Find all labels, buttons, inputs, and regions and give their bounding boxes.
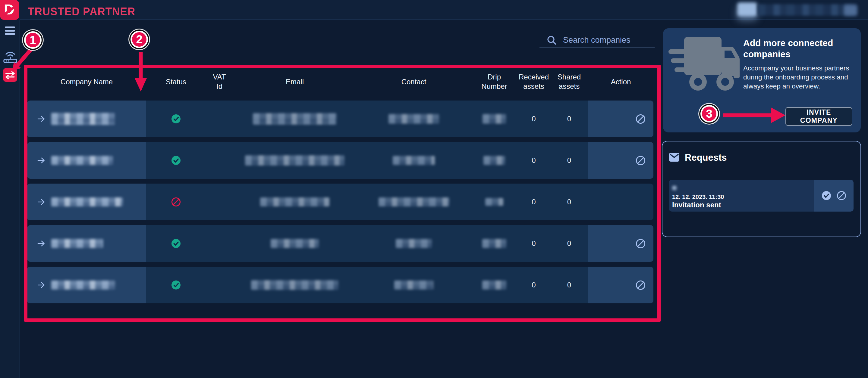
- redacted-email: [251, 280, 338, 290]
- page-title: TRUSTED PARTNER: [28, 5, 135, 18]
- table-row[interactable]: 0 0: [27, 101, 653, 137]
- received-assets-value: 0: [532, 281, 535, 289]
- company-name-cell: [27, 267, 146, 303]
- annotation-step-2: 2: [130, 31, 148, 48]
- table-header-label: Drip Number: [478, 72, 511, 91]
- block-company-icon: [636, 239, 646, 249]
- table-row[interactable]: 0 0: [27, 267, 653, 303]
- redacted-company-name: [51, 280, 115, 289]
- top-bar-divider: [20, 20, 868, 20]
- block-company-button[interactable]: [636, 239, 646, 249]
- redacted-drip-number: [483, 114, 506, 124]
- table-row[interactable]: 0 0: [27, 183, 653, 220]
- email-cell: [233, 183, 356, 220]
- table-header-cell: Drip Number: [471, 68, 518, 95]
- row-expand-arrow-icon: [37, 115, 45, 123]
- vat-id-cell: [206, 142, 233, 179]
- envelope-icon: [669, 153, 679, 162]
- table-header-cell: Email: [233, 68, 356, 95]
- block-company-button[interactable]: [636, 114, 646, 124]
- accept-check-icon: [822, 191, 831, 200]
- shared-assets-value: 0: [567, 115, 571, 123]
- drip-logo[interactable]: D: [0, 0, 19, 20]
- company-search: [539, 33, 655, 49]
- drip-number-cell: [471, 183, 518, 220]
- table-row[interactable]: 0 0: [27, 142, 653, 179]
- contact-cell: [356, 225, 471, 262]
- drip-number-cell: [471, 142, 518, 179]
- shared-assets-cell: 0: [550, 225, 588, 262]
- redacted-company-name: [51, 239, 103, 248]
- row-expand-arrow-icon: [37, 198, 45, 206]
- status-cell: [146, 101, 206, 137]
- shared-assets-value: 0: [567, 281, 571, 289]
- redacted-contact: [394, 280, 433, 289]
- table-header-cell: Received assets: [518, 68, 550, 95]
- user-menu-blurred: [844, 5, 857, 15]
- table-header-cell: Shared assets: [550, 68, 588, 95]
- block-company-button[interactable]: [636, 280, 646, 290]
- company-name-cell: [27, 225, 146, 262]
- status-blocked-icon: [171, 197, 181, 207]
- shared-assets-value: 0: [567, 239, 571, 248]
- action-cell: [588, 142, 653, 179]
- block-company-button[interactable]: [636, 156, 646, 166]
- redacted-contact: [378, 198, 450, 206]
- contact-cell: [356, 101, 471, 137]
- vat-id-cell: [206, 225, 233, 262]
- status-connected-icon: [171, 239, 181, 248]
- table-header-cell: Action: [588, 68, 653, 95]
- hamburger-menu-button[interactable]: [4, 26, 16, 36]
- received-assets-cell: 0: [518, 101, 550, 137]
- drip-number-cell: [471, 101, 518, 137]
- shared-assets-cell: 0: [550, 267, 588, 303]
- search-input[interactable]: [562, 34, 652, 46]
- search-icon[interactable]: [547, 35, 557, 46]
- invite-card-body: Accompany your business partners during …: [743, 64, 850, 91]
- table-header-row: Company Name Status VAT Id Email Contact…: [27, 68, 653, 95]
- drip-number-cell: [471, 225, 518, 262]
- user-name-blurred: [758, 4, 857, 15]
- table-header-label: Company Name: [61, 77, 113, 87]
- received-assets-value: 0: [532, 115, 535, 123]
- row-expand-arrow-icon: [37, 281, 45, 288]
- action-cell: [588, 101, 653, 137]
- redacted-email: [245, 155, 344, 166]
- status-connected-icon: [171, 280, 181, 290]
- vat-id-cell: [206, 101, 233, 137]
- action-cell: [588, 267, 653, 303]
- vat-id-cell: [206, 183, 233, 220]
- status-cell: [146, 225, 206, 262]
- action-cell: [588, 183, 653, 220]
- table-row[interactable]: 0 0: [27, 225, 653, 262]
- action-cell: [588, 225, 653, 262]
- requests-card: Requests 12. 12. 2023. 11:30 Invitation …: [662, 141, 861, 237]
- shared-assets-cell: 0: [550, 101, 588, 137]
- email-cell: [233, 267, 356, 303]
- row-expand-arrow-icon: [37, 240, 45, 247]
- received-assets-cell: 0: [518, 267, 550, 303]
- contact-cell: [356, 183, 471, 220]
- received-assets-value: 0: [532, 198, 535, 206]
- hamburger-icon: [4, 26, 16, 36]
- sidebar-item-router-button[interactable]: [3, 49, 18, 64]
- table-header-label: Contact: [401, 77, 427, 87]
- annotation-step-1: 1: [24, 31, 41, 49]
- sidebar-item-trusted-partner-active[interactable]: [3, 68, 17, 82]
- block-company-icon: [636, 156, 646, 166]
- request-status-text: Invitation sent: [672, 201, 721, 209]
- delivery-truck-icon: [669, 35, 741, 97]
- trusted-partner-page: D TRUSTED PARTNER: [0, 0, 868, 378]
- invite-company-button[interactable]: INVITE COMPANY: [785, 107, 852, 126]
- company-name-cell: [27, 101, 146, 137]
- status-cell: [146, 183, 206, 220]
- request-actions: [814, 180, 854, 212]
- accept-request-button[interactable]: [822, 191, 831, 200]
- decline-request-button[interactable]: [837, 191, 846, 200]
- row-expand-arrow-icon: [37, 157, 45, 164]
- invite-card-title: Add more connected companies: [743, 37, 834, 60]
- table-header-cell: Company Name: [27, 68, 146, 95]
- block-company-icon: [636, 280, 646, 290]
- received-assets-cell: 0: [518, 183, 550, 220]
- request-list-item[interactable]: 12. 12. 2023. 11:30 Invitation sent: [669, 180, 854, 212]
